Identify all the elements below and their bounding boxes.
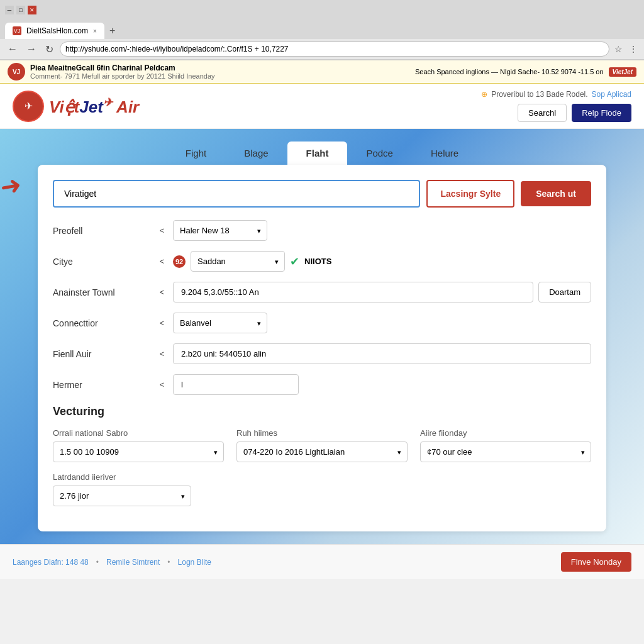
minimize-button[interactable]: ─: [5, 6, 14, 14]
select-city[interactable]: Saddan: [191, 251, 285, 272]
label-hiimes: Ruh hiimes: [236, 428, 408, 438]
notification-bar: VJ Piea MeaitneGcall 6fin Charinal Peldc…: [0, 60, 644, 84]
form-row-hermer: Hermer <: [53, 374, 591, 395]
back-button[interactable]: ←: [5, 42, 20, 56]
nav-tabs: Fight Blage Flaht Podce Helure: [0, 129, 644, 165]
tab-blage[interactable]: Blage: [225, 142, 287, 165]
tab-helure[interactable]: Helure: [412, 142, 477, 165]
site-header: ✈ ViệtJet✈ Air ⊕ Proveribul to 13 Bade R…: [0, 84, 644, 129]
logo-air: Air: [116, 97, 139, 116]
city-select-wrapper: Saddan: [191, 251, 285, 272]
form-row-preofell: Preofell < Haler New 18: [53, 220, 591, 241]
search-ut-button[interactable]: Search ut: [521, 181, 591, 206]
tab-bar: VJ DieltSalsHlon.com × +: [0, 20, 644, 39]
select-fiionday[interactable]: ¢70 our clee: [420, 441, 591, 462]
footer-link-3[interactable]: Logn Blite: [178, 558, 211, 567]
chevron-preofell: <: [160, 226, 164, 235]
lacsingr-button[interactable]: Lacsingr Sylte: [426, 180, 514, 208]
hero-area: Fight Blage Flaht Podce Helure ➜ Lacsing…: [0, 129, 644, 544]
tab-flaht[interactable]: Flaht: [287, 142, 348, 165]
form-row-fienll: Fienll Auir <: [53, 343, 591, 364]
search-row: Lacsingr Sylte Search ut: [53, 180, 591, 208]
red-arrow-icon: ➜: [0, 169, 24, 201]
dropdowns-row-2: Latrdandd iieriver 2.76 jior: [53, 472, 591, 506]
tab-close-button[interactable]: ×: [93, 28, 97, 35]
anainster-input[interactable]: [173, 282, 533, 303]
header-buttons: Searchl Relp Flode: [518, 104, 631, 122]
dropdowns-row-1: Orrali national Sabro 1.5 00 10 10909 Ru…: [53, 428, 591, 462]
doartam-button[interactable]: Doartam: [538, 282, 591, 303]
chevron-anainster: <: [160, 288, 164, 297]
main-search-input[interactable]: [53, 180, 420, 208]
select-wrapper-preofell: Haler New 18: [173, 220, 267, 241]
anainster-input-group: Doartam: [173, 282, 591, 303]
notif-content: Piea MeaitneGcall 6fin Charinal Peldcam …: [30, 64, 215, 80]
maximize-button[interactable]: □: [16, 6, 25, 14]
address-input[interactable]: [60, 42, 609, 57]
hermer-input[interactable]: [173, 374, 299, 395]
footer-link-1[interactable]: Laanges Diafn: 148 48: [13, 558, 89, 567]
title-bar: ─ □ ✕: [0, 0, 644, 20]
menu-icon[interactable]: ⋮: [628, 43, 639, 55]
select-wrapper-fiionday: ¢70 our clee: [420, 441, 591, 462]
city-check-icon: ✔: [290, 255, 299, 269]
window-controls: ─ □ ✕: [5, 6, 36, 14]
logo-area: ✈ ViệtJet✈ Air: [13, 91, 139, 122]
forward-button[interactable]: →: [24, 42, 39, 56]
vietjet-badge: VietJet: [609, 67, 636, 77]
header-book-button[interactable]: Relp Flode: [572, 104, 631, 122]
select-wrapper-iieriver: 2.76 jior: [53, 486, 191, 506]
notif-title: Piea MeaitneGcall 6fin Charinal Peldcam: [30, 64, 215, 72]
select-hiimes[interactable]: 074-220 Io 2016 LightLiaian: [236, 441, 408, 462]
select-wrapper-connection: Balanvel: [173, 313, 267, 333]
select-connection[interactable]: Balanvel: [173, 313, 267, 333]
label-connection: Connecttior: [53, 318, 153, 328]
notif-right-text: Seach Spanced inglions — Nlgid Sache- 10…: [415, 68, 604, 75]
logo-jet: Jet: [79, 97, 103, 116]
form-row-connection: Connecttior < Balanvel: [53, 313, 591, 333]
chevron-hermer: <: [160, 380, 164, 389]
promo-text: ⊕ Proveribul to 13 Bade Rodel. Sop Aplic…: [481, 90, 631, 99]
form-row-anainster: Anainster Townl < Doartam: [53, 282, 591, 303]
promo-desc: Proveribul to 13 Bade Rodel.: [491, 90, 587, 99]
footer-link-2[interactable]: Remile Simtrent: [106, 558, 160, 567]
reload-button[interactable]: ↻: [43, 42, 56, 57]
label-fiionday: Aiire fiionday: [420, 428, 591, 438]
city-text: NIIOTS: [304, 257, 331, 266]
label-fienll: Fienll Auir: [53, 349, 153, 359]
promo-link[interactable]: Sop Aplicad: [592, 90, 631, 99]
dropdown-group-hiimes: Ruh hiimes 074-220 Io 2016 LightLiaian: [236, 428, 408, 462]
header-right: ⊕ Proveribul to 13 Bade Rodel. Sop Aplic…: [481, 90, 631, 122]
notif-logo: VJ: [8, 63, 25, 80]
page-footer: Laanges Diafn: 148 48 • Remile Simtrent …: [0, 544, 644, 579]
label-preofell: Preofell: [53, 226, 153, 236]
tab-title: DieltSalsHlon.com: [26, 26, 88, 35]
close-button[interactable]: ✕: [28, 6, 36, 14]
star-icon[interactable]: ☆: [613, 43, 624, 55]
logo-viet: Việt: [49, 97, 79, 116]
label-citye: Citye: [53, 257, 153, 267]
address-bar: ← → ↻ ☆ ⋮: [0, 39, 644, 60]
chevron-citye: <: [160, 257, 164, 266]
select-sabro[interactable]: 1.5 00 10 10909: [53, 441, 224, 462]
header-search-button[interactable]: Searchl: [518, 104, 567, 122]
footer-links: Laanges Diafn: 148 48 • Remile Simtrent …: [13, 558, 211, 567]
dropdown-group-sabro: Orrali national Sabro 1.5 00 10 10909: [53, 428, 224, 462]
notif-subtitle: Comment- 7971 Mefull air sporder by 2012…: [30, 72, 215, 80]
select-preofell[interactable]: Haler New 18: [173, 220, 267, 241]
page-content: ✈ ViệtJet✈ Air ⊕ Proveribul to 13 Bade R…: [0, 84, 644, 587]
promo-icon: ⊕: [481, 90, 487, 99]
chevron-fienll: <: [160, 350, 164, 358]
footer-button[interactable]: Flnve Nonday: [561, 552, 631, 572]
label-sabro: Orrali national Sabro: [53, 428, 224, 438]
fienll-input[interactable]: [173, 343, 591, 364]
tab-fight[interactable]: Fight: [167, 142, 225, 165]
select-iieriver[interactable]: 2.76 jior: [53, 486, 191, 506]
notif-right: Seach Spanced inglions — Nlgid Sache- 10…: [415, 67, 636, 77]
arrow-container: ➜: [0, 171, 21, 200]
tab-podce[interactable]: Podce: [347, 142, 412, 165]
new-tab-button[interactable]: +: [104, 25, 120, 36]
browser-tab[interactable]: VJ DieltSalsHlon.com ×: [5, 23, 104, 39]
footer-separator-2: •: [167, 558, 170, 567]
footer-separator-1: •: [96, 558, 99, 567]
